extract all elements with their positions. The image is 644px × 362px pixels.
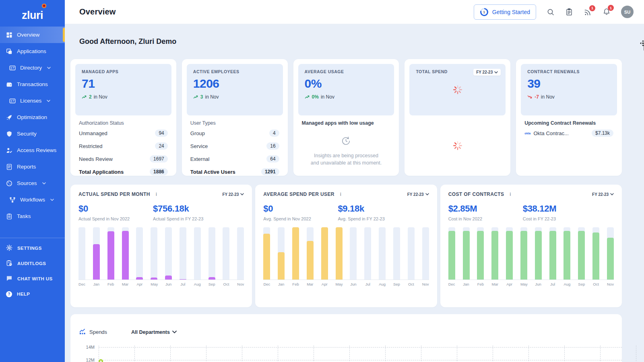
spends-plot: 14M 12M: [79, 347, 622, 362]
info-icon[interactable]: i: [340, 191, 341, 197]
cost-of-contracts-chart-card: COST OF CONTRACTSi FY 22-23 $2.85MCost i…: [440, 185, 622, 307]
month-value: $0: [263, 204, 338, 214]
sidebar-item-transactions[interactable]: Transactions: [0, 76, 65, 93]
bar-fill: [336, 227, 343, 280]
stat-row: Service16: [190, 140, 279, 152]
bar-track: [379, 227, 386, 280]
info-icon[interactable]: i: [510, 191, 511, 197]
gridline-v: [278, 346, 278, 362]
count-pill: 94: [155, 130, 167, 137]
count-pill: 4: [269, 130, 279, 137]
fy-period-dropdown[interactable]: FY 22-23: [222, 192, 244, 197]
month-label: Jul: [180, 282, 186, 286]
bar-sep: [578, 227, 585, 280]
month-label: Mar: [122, 282, 129, 286]
sidebar-item-optimization[interactable]: Optimization: [0, 109, 65, 125]
bar-jan: [93, 227, 100, 280]
month-label: Feb: [477, 282, 484, 286]
bar-fill: [578, 231, 585, 280]
auditlog-icon: [6, 260, 12, 267]
getting-started-button[interactable]: 1 Getting Started: [474, 4, 536, 20]
bar-chart-months: DecJanFebMarAprMayJunJulAugSepOctNov: [263, 282, 429, 286]
applications-icon: [6, 48, 12, 55]
section-title: Managed apps with low usage: [302, 120, 391, 126]
fy-value: $756.18k: [153, 204, 227, 214]
sidebar-item-security[interactable]: Security: [0, 125, 65, 142]
fy-period-dropdown[interactable]: FY 22-23: [407, 192, 429, 197]
trend: 3 in Nov: [193, 94, 277, 100]
stat-row: Group4: [190, 127, 279, 140]
sidebar-item-directory[interactable]: Directory: [0, 60, 65, 76]
bar-fill: [122, 231, 129, 280]
sidebar-footer-item-chat-with-us[interactable]: CHAT WITH US: [0, 271, 65, 286]
sidebar-item-licenses[interactable]: Licenses: [0, 93, 65, 109]
sidebar-item-access-reviews[interactable]: Access Reviews: [0, 142, 65, 158]
month-label: Sep: [578, 282, 585, 286]
trend: 0% in Nov: [305, 94, 388, 100]
sidebar-item-label: Sources: [17, 180, 37, 186]
fy-period-dropdown[interactable]: FY 22-23: [592, 192, 614, 197]
chart-cards-row: ACTUAL SPEND PER MONTHi FY 22-23 $0Actua…: [70, 185, 622, 307]
search-icon[interactable]: [547, 8, 555, 16]
move-widget-handle[interactable]: [640, 40, 644, 48]
bar-fill: [307, 241, 314, 280]
bar-jan: [463, 227, 470, 280]
contract-renewals-card: CONTRACT RENEWALS 39 -7 in Nov Upcoming …: [516, 59, 622, 176]
sidebar-item-workflows[interactable]: Workflows: [0, 191, 65, 208]
task-clipboard-icon[interactable]: [565, 8, 573, 16]
department-filter-dropdown[interactable]: All Departments: [131, 329, 177, 335]
bar-jun: [165, 227, 172, 280]
card-title: ACTIVE EMPLOYEES: [193, 69, 277, 74]
report-icon: [6, 164, 12, 170]
bar-sep: [393, 227, 400, 280]
y-axis-tick: 14M: [79, 345, 95, 350]
notifications-bell-icon[interactable]: 1: [603, 8, 611, 16]
sidebar-footer-item-auditlogs[interactable]: AUDITLOGS: [0, 256, 65, 271]
stat-row-label: External: [190, 156, 210, 162]
sidebar-item-overview[interactable]: Overview: [0, 27, 65, 43]
sidebar-footer-item-help[interactable]: ?HELP: [0, 286, 65, 302]
brand-logo[interactable]: zluri: [0, 0, 65, 25]
trend-down-icon: [527, 95, 533, 99]
bar-nov: [607, 227, 614, 280]
okta-icon: okta: [524, 132, 530, 135]
app-window: zluri OverviewApplicationsDirectoryTrans…: [0, 0, 644, 362]
month-label: Jan: [463, 282, 470, 286]
avatar[interactable]: SU: [621, 6, 634, 18]
month-label: May: [520, 282, 527, 286]
stat-row-label: oktaOkta Contrac...: [524, 130, 569, 136]
month-label: Oct: [408, 282, 415, 286]
greeting: Good Afternoon, Zluri Demo: [79, 37, 622, 46]
spends-chart-icon: [79, 328, 86, 336]
sidebar-item-sources[interactable]: Sources: [0, 175, 65, 191]
sidebar-item-reports[interactable]: Reports: [0, 158, 65, 175]
gear-icon: [6, 245, 12, 252]
info-icon[interactable]: i: [156, 191, 157, 197]
sidebar-item-applications[interactable]: Applications: [0, 43, 65, 60]
bar-apr: [136, 227, 143, 280]
fy-period-dropdown[interactable]: FY 22-23: [473, 69, 501, 76]
chevron-down-icon: [425, 193, 429, 195]
trend-up-icon: [193, 95, 198, 99]
feed-icon[interactable]: 1: [584, 8, 592, 16]
sidebar-item-tasks[interactable]: Tasks: [0, 208, 65, 224]
count-pill: 1697: [150, 155, 168, 162]
gridline-v: [385, 346, 386, 362]
month-label: Jun: [535, 282, 542, 286]
sidebar-item-label: Transactions: [17, 81, 48, 87]
person-check-icon: [6, 147, 12, 154]
chevron-down-icon: [240, 193, 244, 195]
bar-track: [136, 227, 143, 280]
month-label: Dec: [448, 282, 455, 286]
bar-fill: [535, 231, 542, 280]
month-label: Feb: [107, 282, 114, 286]
sidebar-footer-item-settings[interactable]: SETTINGS: [0, 241, 65, 256]
month-label: May: [336, 282, 343, 286]
trend: -7 in Nov: [527, 94, 611, 100]
bar-fill: [208, 277, 215, 280]
progress-ring-icon: 1: [480, 8, 489, 16]
bar-fill: [477, 231, 484, 280]
bar-chart-months: DecJanFebMarAprMayJunJulAugSepOctNov: [448, 282, 614, 286]
bar-may: [336, 227, 343, 280]
brand-logo-text: zluri: [22, 9, 43, 22]
